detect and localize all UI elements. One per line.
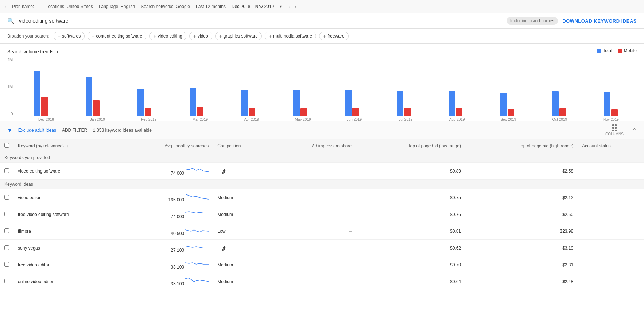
row-checkbox-cell[interactable] (0, 256, 13, 273)
bar-total[interactable] (241, 90, 248, 116)
bar-total[interactable] (34, 71, 40, 116)
broaden-chip[interactable]: +softwares (54, 32, 85, 40)
bar-total[interactable] (449, 91, 455, 116)
table-header-row: Keyword (by relevance) ↓ Avg. monthly se… (0, 139, 644, 153)
nav-arrows: ‹ › (287, 4, 298, 9)
back-btn[interactable]: ‹ (4, 4, 6, 9)
table-wrap: Keyword (by relevance) ↓ Avg. monthly se… (0, 139, 644, 290)
bar-total[interactable] (137, 89, 144, 116)
y-label-0: 0 (11, 112, 13, 116)
sort-icon: ↓ (66, 144, 68, 148)
bar-mobile[interactable] (300, 108, 307, 116)
search-input[interactable] (19, 18, 502, 24)
table-row: sony vegas 27,100 High – $0.62 $3.19 (0, 240, 644, 256)
bar-total[interactable] (604, 92, 610, 116)
row-checkbox[interactable] (4, 262, 9, 267)
broaden-bar: Broaden your search: +softwares+content … (0, 29, 644, 44)
prev-arrow[interactable]: ‹ (287, 4, 292, 9)
date-dropdown-icon[interactable]: ▾ (280, 4, 282, 8)
row-checkbox-cell[interactable] (0, 273, 13, 290)
bar-total[interactable] (397, 91, 403, 116)
top-bar: ‹ Plan name: — Locations: United States … (0, 0, 644, 13)
bid-high-cell: $2.58 (465, 163, 578, 180)
month-bar-group (67, 58, 119, 116)
bar-total[interactable] (86, 77, 92, 116)
add-filter-button[interactable]: ADD FILTER (62, 128, 87, 133)
bar-total[interactable] (293, 90, 300, 116)
bar-mobile[interactable] (197, 107, 203, 116)
chart-dropdown-icon[interactable]: ▼ (55, 50, 59, 54)
row-checkbox-cell[interactable] (0, 163, 13, 180)
bar-mobile[interactable] (352, 108, 359, 116)
row-checkbox[interactable] (4, 168, 9, 173)
account-status-cell (578, 240, 644, 256)
bar-mobile[interactable] (508, 109, 514, 116)
legend-total-dot (597, 49, 601, 53)
col-keyword[interactable]: Keyword (by relevance) ↓ (13, 139, 119, 153)
x-axis-label: Jul 2019 (380, 116, 431, 122)
broaden-chip[interactable]: +multimedia software (265, 32, 316, 40)
bar-mobile[interactable] (559, 108, 566, 116)
col-avg-monthly[interactable]: Avg. monthly searches (119, 139, 213, 153)
month-bar-group (274, 58, 326, 116)
row-checkbox-cell[interactable] (0, 206, 13, 223)
month-bar-group (119, 58, 170, 116)
month-bar-group (222, 58, 274, 116)
bar-total[interactable] (190, 88, 196, 116)
broaden-chip[interactable]: +freeware (319, 32, 349, 40)
row-checkbox-cell[interactable] (0, 223, 13, 240)
bid-low-cell: $0.62 (356, 240, 465, 256)
month-bar-group (326, 58, 378, 116)
select-all-checkbox[interactable] (4, 143, 9, 148)
col-top-bid-low[interactable]: Top of page bid (low range) (356, 139, 465, 153)
keyword-cell: online video editor (13, 273, 119, 290)
bar-mobile[interactable] (249, 108, 255, 116)
broaden-chip[interactable]: +video editing (149, 32, 186, 40)
bar-mobile[interactable] (456, 108, 462, 116)
plus-icon: + (323, 33, 326, 39)
row-checkbox[interactable] (4, 195, 9, 200)
row-checkbox-cell[interactable] (0, 189, 13, 206)
broaden-chip[interactable]: +video (189, 32, 212, 40)
bar-total[interactable] (345, 90, 352, 116)
broaden-chip[interactable]: +content editing software (88, 32, 146, 40)
keyword-cell: filmora (13, 223, 119, 240)
bid-high-cell: $2.31 (465, 256, 578, 273)
bar-total[interactable] (500, 93, 507, 116)
y-label-1m: 1M (7, 85, 13, 89)
bar-mobile[interactable] (145, 108, 151, 116)
account-status-cell (578, 256, 644, 273)
row-checkbox[interactable] (4, 228, 9, 233)
bar-mobile[interactable] (611, 109, 618, 116)
row-checkbox-cell[interactable] (0, 240, 13, 256)
keyword-cell: video editing software (13, 163, 119, 180)
exclude-adult-button[interactable]: Exclude adult ideas (18, 128, 56, 133)
month-bar-group (378, 58, 430, 116)
col-ad-impression[interactable]: Ad impression share (270, 139, 356, 153)
download-keyword-ideas-button[interactable]: DOWNLOAD KEYWORD IDEAS (562, 18, 637, 24)
row-checkbox[interactable] (4, 279, 9, 284)
bar-total[interactable] (552, 91, 559, 116)
avg-cell: 40,500 (119, 223, 213, 240)
broaden-chip[interactable]: +graphics software (215, 32, 262, 40)
legend-total: Total (597, 48, 612, 53)
legend-mobile-label: Mobile (624, 48, 637, 53)
collapse-button[interactable]: ⌃ (632, 127, 637, 133)
avg-cell: 74,000 (119, 206, 213, 223)
bar-mobile[interactable] (93, 100, 100, 116)
row-checkbox[interactable] (4, 212, 9, 216)
table-row: video editor 165,000 Medium – $0.75 $2.1… (0, 189, 644, 206)
bar-mobile[interactable] (41, 97, 48, 116)
col-competition[interactable]: Competition (213, 139, 270, 153)
keyword-cell: free video editor (13, 256, 119, 273)
col-top-bid-high[interactable]: Top of page bid (high range) (465, 139, 578, 153)
ad-impression-cell: – (270, 189, 356, 206)
col-account-status[interactable]: Account status (578, 139, 644, 153)
date-range[interactable]: Dec 2018 – Nov 2019 (232, 4, 274, 9)
columns-button[interactable]: COLUMNS (605, 124, 624, 136)
bar-mobile[interactable] (404, 108, 411, 116)
next-arrow[interactable]: › (294, 4, 298, 9)
row-checkbox[interactable] (4, 245, 9, 250)
account-status-cell (578, 163, 644, 180)
competition-cell: Medium (213, 273, 270, 290)
